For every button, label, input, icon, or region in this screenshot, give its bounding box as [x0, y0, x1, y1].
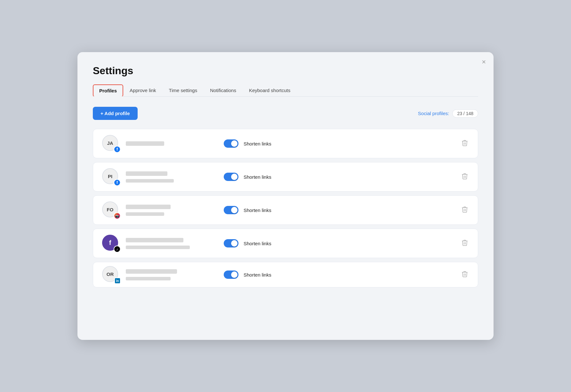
profile-name	[126, 238, 183, 242]
profile-row: FO 📷 Shorten links	[93, 195, 478, 225]
delete-profile-button[interactable]	[461, 138, 469, 149]
profile-row: f ♪ Shorten links	[93, 229, 478, 258]
modal-title: Settings	[93, 65, 478, 77]
shorten-links-label: Shorten links	[244, 174, 271, 180]
shorten-toggle-wrap	[224, 206, 238, 214]
facebook-badge: f	[114, 179, 121, 186]
profile-left: FO 📷	[102, 201, 205, 219]
shorten-links-label: Shorten links	[244, 208, 271, 213]
shorten-toggle-wrap	[224, 139, 238, 148]
tab-time-settings[interactable]: Time settings	[163, 84, 204, 96]
social-profiles-label: Social profiles:	[418, 111, 449, 116]
close-button[interactable]: ×	[482, 59, 486, 66]
trash-icon	[462, 140, 468, 146]
shorten-toggle[interactable]	[224, 173, 238, 181]
avatar-wrap: f ♪	[102, 235, 119, 252]
profiles-list: JA f Shorten links	[93, 129, 478, 287]
linkedin-badge: in	[114, 278, 121, 284]
profile-sub	[126, 246, 190, 249]
profile-sub	[126, 212, 164, 216]
profile-center: Shorten links	[205, 139, 450, 148]
profile-row: JA f Shorten links	[93, 129, 478, 158]
profile-name	[126, 205, 171, 209]
instagram-badge: 📷	[114, 212, 121, 219]
tab-profiles[interactable]: Profiles	[93, 84, 123, 97]
profile-left: OR in	[102, 266, 205, 283]
profile-info	[126, 205, 171, 216]
trash-icon	[462, 271, 468, 277]
tiktok-badge: ♪	[114, 246, 121, 253]
shorten-toggle[interactable]	[224, 206, 238, 214]
profile-left: JA f	[102, 135, 205, 152]
settings-modal: × Settings Profiles Approve link Time se…	[77, 52, 494, 340]
profile-row: OR in Shorten links	[93, 262, 478, 287]
profile-left: PI f	[102, 168, 205, 185]
tab-notifications[interactable]: Notifications	[204, 84, 243, 96]
profile-info	[126, 171, 174, 183]
shorten-toggle-wrap	[224, 173, 238, 181]
delete-profile-button[interactable]	[461, 270, 469, 280]
profile-center: Shorten links	[205, 270, 450, 279]
shorten-toggle-wrap	[224, 270, 238, 279]
facebook-badge: f	[114, 146, 121, 153]
profile-right	[450, 205, 469, 216]
avatar-wrap: PI f	[102, 168, 119, 185]
delete-profile-button[interactable]	[461, 205, 469, 216]
tab-keyboard-shortcuts[interactable]: Keyboard shortcuts	[243, 84, 297, 96]
avatar-wrap: FO 📷	[102, 201, 119, 219]
profile-center: Shorten links	[205, 206, 450, 214]
profile-name	[126, 141, 164, 146]
profile-info	[126, 269, 177, 280]
profile-info	[126, 141, 164, 146]
toolbar: + Add profile Social profiles: 23 / 148	[93, 107, 478, 120]
profile-right	[450, 238, 469, 249]
add-profile-button[interactable]: + Add profile	[93, 107, 138, 120]
profile-sub	[126, 277, 171, 280]
shorten-links-label: Shorten links	[244, 141, 271, 146]
shorten-toggle[interactable]	[224, 239, 238, 247]
social-profiles-info: Social profiles: 23 / 148	[418, 109, 478, 118]
avatar-wrap: JA f	[102, 135, 119, 152]
delete-profile-button[interactable]	[461, 172, 469, 182]
profile-center: Shorten links	[205, 239, 450, 247]
tabs-bar: Profiles Approve link Time settings Noti…	[93, 84, 478, 97]
delete-profile-button[interactable]	[461, 238, 469, 249]
avatar-wrap: OR in	[102, 266, 119, 283]
shorten-toggle[interactable]	[224, 270, 238, 279]
profile-right	[450, 270, 469, 280]
profile-left: f ♪	[102, 235, 205, 252]
profile-right	[450, 138, 469, 149]
tab-approve-link[interactable]: Approve link	[123, 84, 163, 96]
profile-name	[126, 269, 177, 274]
profile-right	[450, 172, 469, 182]
shorten-toggle[interactable]	[224, 139, 238, 148]
shorten-links-label: Shorten links	[244, 241, 271, 246]
shorten-links-label: Shorten links	[244, 272, 271, 278]
trash-icon	[462, 239, 468, 246]
profiles-count-badge: 23 / 148	[452, 109, 478, 118]
profile-info	[126, 238, 190, 249]
shorten-toggle-wrap	[224, 239, 238, 247]
profile-sub	[126, 179, 174, 183]
profile-row: PI f Shorten links	[93, 162, 478, 192]
profile-name	[126, 171, 167, 176]
profile-center: Shorten links	[205, 173, 450, 181]
trash-icon	[462, 206, 468, 213]
trash-icon	[462, 173, 468, 179]
